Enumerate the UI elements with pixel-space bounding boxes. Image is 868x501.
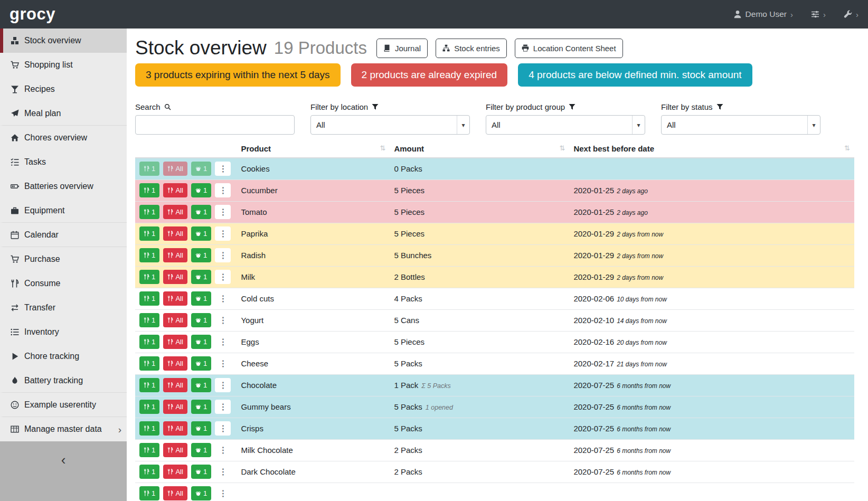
- row-menu-button[interactable]: ⋮: [215, 313, 231, 327]
- stock-entries-button[interactable]: Stock entries: [436, 39, 507, 58]
- open-one-button[interactable]: 1: [191, 313, 211, 327]
- ellipsis-icon: ⋮: [219, 402, 227, 412]
- sidebar-item-recipes[interactable]: Recipes: [0, 77, 127, 101]
- sidebar-item-equipment[interactable]: Equipment: [0, 198, 127, 223]
- consume-all-button[interactable]: All: [163, 205, 187, 219]
- row-menu-button[interactable]: ⋮: [215, 465, 231, 479]
- row-menu-button[interactable]: ⋮: [215, 183, 231, 197]
- open-one-button[interactable]: 1: [191, 183, 211, 197]
- consume-one-button[interactable]: 1: [139, 162, 159, 176]
- row-menu-button[interactable]: ⋮: [215, 291, 231, 306]
- sidebar-item-transfer[interactable]: Transfer: [0, 296, 127, 320]
- consume-one-button[interactable]: 1: [139, 183, 159, 197]
- open-one-button[interactable]: 1: [191, 356, 211, 371]
- consume-one-button[interactable]: 1: [139, 248, 159, 262]
- consume-all-button[interactable]: All: [163, 356, 187, 371]
- sidebar-item-inventory[interactable]: Inventory: [0, 320, 127, 344]
- consume-all-button[interactable]: All: [163, 465, 187, 479]
- row-menu-button[interactable]: ⋮: [215, 421, 231, 436]
- consume-one-button[interactable]: 1: [139, 486, 159, 500]
- row-menu-button[interactable]: ⋮: [215, 400, 231, 414]
- below-min-stock-alert[interactable]: 4 products are below defined min. stock …: [518, 63, 752, 87]
- consume-all-button[interactable]: All: [163, 421, 187, 436]
- row-menu-button[interactable]: ⋮: [215, 248, 231, 262]
- column-amount[interactable]: Amount ⇅: [390, 141, 569, 158]
- expired-alert[interactable]: 2 products are already expired: [351, 63, 508, 87]
- consume-one-button[interactable]: 1: [139, 270, 159, 284]
- sidebar-item-calendar[interactable]: Calendar: [0, 223, 127, 247]
- open-one-button[interactable]: 1: [191, 486, 211, 500]
- consume-one-button[interactable]: 1: [139, 378, 159, 392]
- sidebar-item-example-userentity[interactable]: Example userentity: [0, 393, 127, 417]
- consume-all-button[interactable]: All: [163, 270, 187, 284]
- search-input[interactable]: [135, 115, 295, 135]
- sidebar-item-purchase[interactable]: Purchase: [0, 247, 127, 271]
- column-next-best-before-date[interactable]: Next best before date ⇅: [569, 141, 854, 158]
- open-one-button[interactable]: 1: [191, 226, 211, 241]
- consume-one-button[interactable]: 1: [139, 400, 159, 414]
- consume-all-button[interactable]: All: [163, 313, 187, 327]
- open-one-button[interactable]: 1: [191, 205, 211, 219]
- product-group-select[interactable]: All ▾: [486, 115, 645, 135]
- open-one-button[interactable]: 1: [191, 443, 211, 457]
- consume-all-button[interactable]: All: [163, 183, 187, 197]
- sidebar-item-chore-tracking[interactable]: Chore tracking: [0, 344, 127, 368]
- consume-all-button[interactable]: All: [163, 486, 187, 500]
- settings-menu[interactable]: ›: [811, 10, 826, 19]
- consume-all-button[interactable]: All: [163, 400, 187, 414]
- open-one-button[interactable]: 1: [191, 291, 211, 306]
- row-menu-button[interactable]: ⋮: [215, 335, 231, 349]
- consume-all-button[interactable]: All: [163, 248, 187, 262]
- consume-one-button[interactable]: 1: [139, 313, 159, 327]
- consume-all-button[interactable]: All: [163, 443, 187, 457]
- location-select[interactable]: All ▾: [310, 115, 470, 135]
- location-content-sheet-button[interactable]: Location Content Sheet: [515, 39, 623, 58]
- admin-menu[interactable]: ›: [844, 10, 858, 19]
- sidebar-item-chores-overview[interactable]: Chores overview: [0, 126, 127, 150]
- row-menu-button[interactable]: ⋮: [215, 378, 231, 392]
- row-menu-button[interactable]: ⋮: [215, 162, 231, 176]
- open-one-button[interactable]: 1: [191, 162, 211, 176]
- consume-all-button[interactable]: All: [163, 378, 187, 392]
- consume-all-button[interactable]: All: [163, 162, 187, 176]
- consume-one-button[interactable]: 1: [139, 465, 159, 479]
- sidebar-item-meal-plan[interactable]: Meal plan: [0, 101, 127, 126]
- consume-one-button[interactable]: 1: [139, 443, 159, 457]
- open-one-button[interactable]: 1: [191, 465, 211, 479]
- consume-one-button[interactable]: 1: [139, 421, 159, 436]
- row-menu-button[interactable]: ⋮: [215, 443, 231, 457]
- expiring-alert[interactable]: 3 products expiring within the next 5 da…: [135, 63, 341, 87]
- row-menu-button[interactable]: ⋮: [215, 270, 231, 284]
- column-product[interactable]: Product ⇅: [237, 141, 390, 158]
- row-menu-button[interactable]: ⋮: [215, 486, 231, 500]
- row-menu-button[interactable]: ⋮: [215, 205, 231, 219]
- sidebar-item-battery-tracking[interactable]: Battery tracking: [0, 368, 127, 393]
- open-one-button[interactable]: 1: [191, 421, 211, 436]
- open-one-button[interactable]: 1: [191, 378, 211, 392]
- row-menu-button[interactable]: ⋮: [215, 356, 231, 371]
- consume-one-button[interactable]: 1: [139, 356, 159, 371]
- consume-one-button[interactable]: 1: [139, 205, 159, 219]
- sidebar-item-stock-overview[interactable]: Stock overview: [0, 29, 127, 53]
- sidebar-item-batteries-overview[interactable]: Batteries overview: [0, 174, 127, 198]
- consume-one-button[interactable]: 1: [139, 291, 159, 306]
- open-one-button[interactable]: 1: [191, 335, 211, 349]
- consume-one-button[interactable]: 1: [139, 335, 159, 349]
- collapse-sidebar-button[interactable]: ‹: [61, 452, 66, 468]
- open-one-button[interactable]: 1: [191, 400, 211, 414]
- consume-all-button[interactable]: All: [163, 291, 187, 306]
- consume-all-button[interactable]: All: [163, 226, 187, 241]
- journal-button[interactable]: Journal: [376, 39, 428, 58]
- open-one-button[interactable]: 1: [191, 270, 211, 284]
- row-menu-button[interactable]: ⋮: [215, 226, 231, 241]
- amount: 2 Packs: [394, 467, 422, 476]
- consume-one-button[interactable]: 1: [139, 226, 159, 241]
- sidebar-item-shopping-list[interactable]: Shopping list: [0, 53, 127, 77]
- status-select[interactable]: All ▾: [661, 115, 820, 135]
- sidebar-item-tasks[interactable]: Tasks: [0, 150, 127, 174]
- consume-all-button[interactable]: All: [163, 335, 187, 349]
- sidebar-item-consume[interactable]: Consume: [0, 271, 127, 296]
- user-menu[interactable]: Demo User ›: [733, 10, 793, 19]
- open-one-button[interactable]: 1: [191, 248, 211, 262]
- sidebar-item-manage-master-data[interactable]: Manage master data ›: [0, 417, 127, 441]
